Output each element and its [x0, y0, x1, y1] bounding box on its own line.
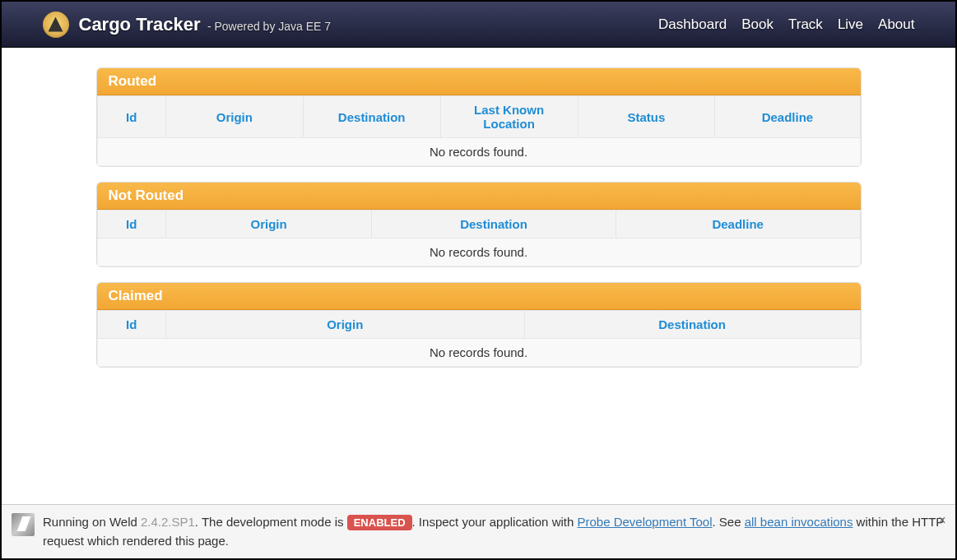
footer-bar: Running on Weld 2.4.2.SP1. The developme…	[2, 504, 955, 558]
panel-claimed: Claimed Id Origin Destination No records…	[96, 282, 862, 368]
panel-header-claimed: Claimed	[97, 283, 861, 310]
link-probe-tool[interactable]: Probe Development Tool	[577, 515, 712, 529]
footer-text-3: . Inspect your application with	[412, 515, 578, 529]
nav-live[interactable]: Live	[838, 16, 863, 33]
brand[interactable]: Cargo Tracker - Powered by Java EE 7	[43, 12, 332, 38]
col-destination[interactable]: Destination	[372, 211, 616, 238]
table-routed: Id Origin Destination Last Known Locatio…	[97, 95, 861, 166]
close-icon[interactable]: ×	[934, 513, 950, 528]
main-content: Routed Id Origin Destination Last Known …	[88, 67, 870, 368]
navbar: Cargo Tracker - Powered by Java EE 7 Das…	[2, 2, 955, 48]
nav-about[interactable]: About	[878, 16, 914, 33]
footer-text-2: . The development mode is	[195, 515, 347, 529]
col-status[interactable]: Status	[578, 96, 715, 138]
col-origin[interactable]: Origin	[165, 211, 371, 238]
ship-logo-icon	[43, 12, 69, 38]
nav-track[interactable]: Track	[788, 16, 823, 33]
footer-text: Running on Weld 2.4.2.SP1. The developme…	[43, 513, 945, 550]
footer-text-4: . See	[712, 515, 744, 529]
footer-version: 2.4.2.SP1	[141, 515, 195, 529]
nav-dashboard[interactable]: Dashboard	[658, 16, 727, 33]
weld-icon	[12, 513, 35, 536]
col-id[interactable]: Id	[97, 311, 165, 339]
empty-routed: No records found.	[97, 138, 860, 166]
col-destination[interactable]: Destination	[303, 96, 440, 138]
link-bean-invocations[interactable]: all bean invocations	[745, 515, 853, 529]
nav-book[interactable]: Book	[741, 16, 773, 33]
table-claimed: Id Origin Destination No records found.	[97, 310, 861, 367]
col-last-known-location[interactable]: Last Known Location	[440, 96, 578, 138]
empty-not-routed: No records found.	[97, 238, 860, 266]
enabled-badge: ENABLED	[347, 515, 412, 530]
col-deadline[interactable]: Deadline	[616, 211, 860, 238]
col-origin[interactable]: Origin	[165, 311, 524, 339]
col-deadline[interactable]: Deadline	[715, 96, 860, 138]
nav-links: Dashboard Book Track Live About	[658, 16, 914, 33]
panel-header-not-routed: Not Routed	[97, 183, 861, 210]
footer-text-1: Running on Weld	[43, 515, 141, 529]
app-subtitle: - Powered by Java EE 7	[207, 20, 331, 33]
empty-claimed: No records found.	[97, 339, 860, 367]
table-not-routed: Id Origin Destination Deadline No record…	[97, 210, 861, 266]
col-id[interactable]: Id	[97, 96, 165, 138]
col-id[interactable]: Id	[97, 211, 165, 238]
panel-not-routed: Not Routed Id Origin Destination Deadlin…	[96, 182, 862, 267]
panel-header-routed: Routed	[97, 68, 861, 95]
col-destination[interactable]: Destination	[524, 311, 860, 339]
col-origin[interactable]: Origin	[165, 96, 303, 138]
app-title: Cargo Tracker	[79, 14, 201, 35]
panel-routed: Routed Id Origin Destination Last Known …	[96, 67, 862, 167]
